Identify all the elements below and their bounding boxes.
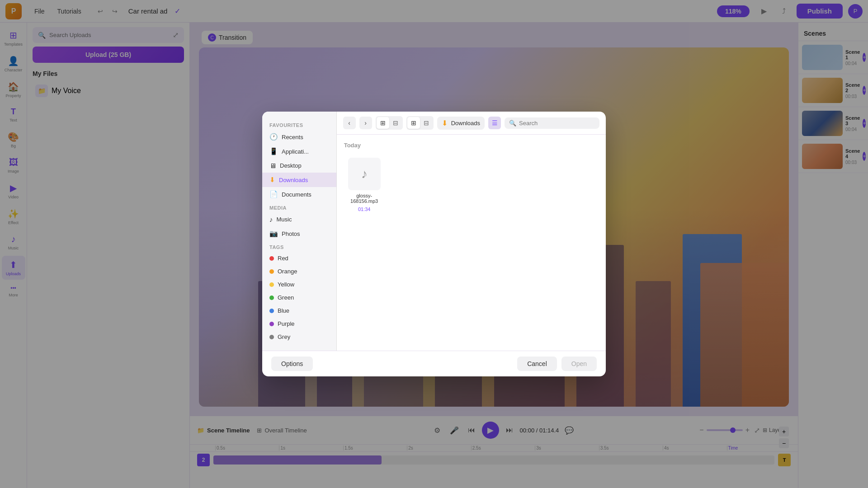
cancel-button[interactable]: Cancel	[517, 357, 557, 371]
file-name-mp3: glossy-168156.mp3	[348, 193, 381, 204]
options-button[interactable]: Options	[271, 357, 313, 371]
photos-icon: 📷	[269, 230, 278, 238]
search-bar[interactable]: 🔍	[505, 117, 599, 129]
grey-dot	[269, 335, 274, 339]
tag-purple[interactable]: Purple	[262, 317, 336, 330]
file-duration-mp3: 01:34	[358, 206, 371, 212]
file-dialog-inner: Favourites 🕐 Recents 📱 Applicati... 🖥 De…	[262, 112, 606, 351]
documents-icon: 📄	[269, 190, 278, 198]
view-toggle2: ⊞ ⊟	[406, 116, 434, 130]
location-options-btn[interactable]: ☰	[488, 117, 501, 129]
applications-icon: 📱	[269, 147, 278, 155]
file-applications[interactable]: 📱 Applicati...	[262, 144, 336, 159]
location-text: Downloads	[451, 120, 480, 127]
grid-view-btn[interactable]: ⊞	[377, 117, 389, 129]
file-downloads[interactable]: ⬇ Downloads	[262, 173, 336, 187]
list-view-btn2[interactable]: ⊟	[420, 117, 433, 129]
location-bar: ⬇ Downloads	[437, 117, 485, 130]
file-main: ‹ › ⊞ ⊟ ⊞ ⊟ ⬇ Downloads ☰	[337, 112, 606, 351]
music-sidebar-icon: ♪	[269, 216, 273, 223]
search-icon-dialog: 🔍	[509, 120, 516, 127]
file-music[interactable]: ♪ Music	[262, 212, 336, 226]
desktop-icon: 🖥	[269, 162, 276, 169]
file-toolbar: ‹ › ⊞ ⊟ ⊞ ⊟ ⬇ Downloads ☰	[337, 112, 606, 135]
red-dot	[269, 256, 274, 261]
purple-dot	[269, 322, 274, 326]
location-folder-icon: ⬇	[442, 119, 448, 127]
music-file-icon: ♪	[361, 167, 368, 181]
open-button[interactable]: Open	[561, 357, 597, 371]
file-grid: ♪ glossy-168156.mp3 01:34	[344, 154, 599, 216]
recents-icon: 🕐	[269, 133, 278, 141]
file-content: Today ♪ glossy-168156.mp3 01:34	[337, 135, 606, 351]
green-dot	[269, 296, 274, 300]
file-desktop[interactable]: 🖥 Desktop	[262, 159, 336, 173]
tag-grey[interactable]: Grey	[262, 330, 336, 343]
file-recents[interactable]: 🕐 Recents	[262, 130, 336, 144]
modal-overlay[interactable]: Favourites 🕐 Recents 📱 Applicati... 🖥 De…	[0, 0, 868, 488]
file-documents[interactable]: 📄 Documents	[262, 187, 336, 202]
media-section: Media	[262, 202, 336, 212]
file-thumb-mp3: ♪	[348, 158, 381, 190]
file-sidebar: Favourites 🕐 Recents 📱 Applicati... 🖥 De…	[262, 112, 337, 351]
tags-section: Tags	[262, 241, 336, 252]
file-photos[interactable]: 📷 Photos	[262, 226, 336, 241]
grid-view-btn2[interactable]: ⊟	[389, 117, 402, 129]
back-btn[interactable]: ‹	[343, 117, 356, 129]
list-view-btn[interactable]: ⊞	[407, 117, 420, 129]
tag-yellow[interactable]: Yellow	[262, 278, 336, 291]
file-item-mp3[interactable]: ♪ glossy-168156.mp3 01:34	[344, 154, 385, 216]
tag-red[interactable]: Red	[262, 252, 336, 265]
forward-btn[interactable]: ›	[359, 117, 372, 129]
view-toggle: ⊞ ⊟	[376, 116, 403, 130]
yellow-dot	[269, 282, 274, 287]
footer-right-btns: Cancel Open	[517, 357, 597, 371]
tag-green[interactable]: Green	[262, 291, 336, 304]
blue-dot	[269, 309, 274, 313]
file-search-input[interactable]	[519, 120, 595, 127]
file-dialog: Favourites 🕐 Recents 📱 Applicati... 🖥 De…	[262, 112, 606, 376]
orange-dot	[269, 269, 274, 274]
tag-blue[interactable]: Blue	[262, 304, 336, 317]
today-label: Today	[344, 142, 599, 149]
file-dialog-footer: Options Cancel Open	[262, 351, 606, 376]
downloads-icon: ⬇	[269, 176, 275, 184]
favourites-section: Favourites	[262, 119, 336, 130]
tag-orange[interactable]: Orange	[262, 265, 336, 278]
